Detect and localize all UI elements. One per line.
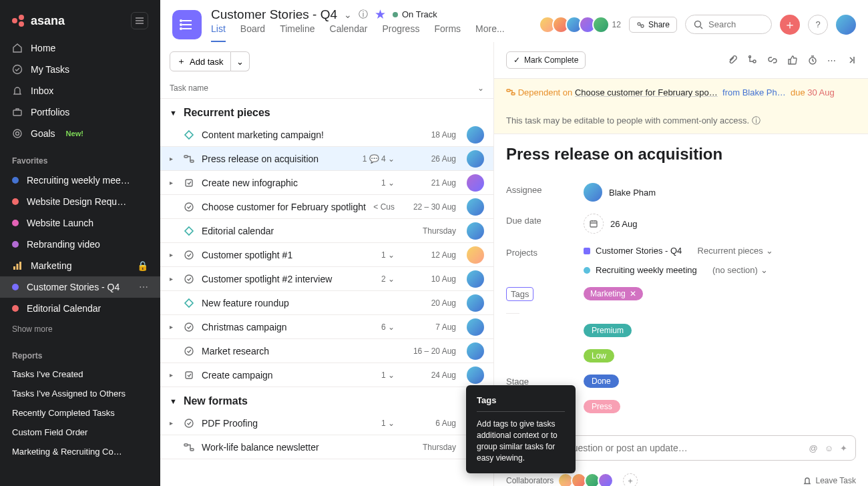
collapse-sidebar-button[interactable] — [131, 12, 148, 29]
section-header[interactable]: ▼Recurrent pieces — [160, 99, 493, 123]
expand-caret-icon[interactable]: ▸ — [170, 155, 176, 162]
nav-portfolios[interactable]: Portfolios — [0, 101, 160, 123]
nav-inbox[interactable]: Inbox — [0, 80, 160, 101]
task-row[interactable]: ▸Customer spotlight #2 interview2 ⌄10 Au… — [160, 267, 493, 291]
leave-task-button[interactable]: Leave Task — [803, 476, 857, 485]
help-button[interactable]: ? — [808, 15, 828, 35]
tab-board[interactable]: Board — [240, 23, 265, 42]
task-row[interactable]: Content marketing campaign!18 Aug — [160, 123, 493, 147]
assignee-avatar[interactable] — [467, 318, 484, 336]
column-dropdown-icon[interactable]: ⌄ — [477, 83, 484, 93]
task-row[interactable]: Market research16 – 20 Aug — [160, 339, 493, 363]
task-row[interactable]: ▸Customer spotlight #11 ⌄12 Aug — [160, 243, 493, 267]
assignee-avatar[interactable] — [467, 174, 484, 192]
section-header[interactable]: ▼New formats — [160, 387, 493, 411]
tab-calendar[interactable]: Calendar — [330, 23, 368, 42]
due-date-value[interactable]: 26 Aug — [610, 219, 638, 229]
mark-complete-button[interactable]: ✓ Mark Complete — [506, 51, 586, 69]
remove-tag-icon[interactable]: ✕ — [630, 289, 636, 298]
assignee-name[interactable]: Blake Pham — [609, 188, 656, 198]
link-icon[interactable] — [767, 55, 778, 65]
assignee-avatar[interactable] — [467, 198, 484, 216]
emoji-icon[interactable]: ☺ — [825, 443, 833, 453]
task-row[interactable]: Work-life balance newsletterThursday — [160, 435, 493, 459]
show-more-favorites[interactable]: Show more — [0, 319, 160, 339]
assignee-avatar[interactable] — [467, 246, 484, 264]
tab-timeline[interactable]: Timeline — [280, 23, 314, 42]
section-dropdown[interactable]: Recurrent pieces ⌄ — [698, 246, 773, 256]
sidebar-item-favorite[interactable]: Recruiting weekly mee… — [0, 170, 160, 191]
tab-list[interactable]: List — [211, 23, 226, 42]
custom-field-pill[interactable]: Premium — [584, 324, 632, 337]
custom-field-pill[interactable]: Press — [584, 400, 620, 413]
custom-field-pill[interactable]: Done — [584, 375, 619, 388]
like-icon[interactable] — [787, 55, 798, 65]
sidebar-item-report[interactable]: Custom Field Order — [0, 423, 160, 442]
project-chip-name[interactable]: Customer Stories - Q4 — [596, 246, 682, 256]
task-row[interactable]: Editorial calendarThursday — [160, 219, 493, 243]
project-title[interactable]: Customer Stories - Q4 — [211, 7, 337, 22]
mention-icon[interactable]: @ — [809, 443, 818, 453]
tab-progress[interactable]: Progress — [382, 23, 419, 42]
tag-chip[interactable]: Marketing✕ — [584, 287, 643, 300]
share-button[interactable]: Share — [629, 17, 677, 33]
sidebar-item-favorite[interactable]: Marketing🔒 — [0, 255, 160, 276]
expand-caret-icon[interactable]: ▸ — [170, 251, 176, 258]
task-row[interactable]: ▸Christmas campaign6 ⌄7 Aug — [160, 315, 493, 339]
task-row[interactable]: Choose customer for February spotlight< … — [160, 195, 493, 219]
assignee-avatar[interactable] — [467, 367, 484, 384]
quick-add-button[interactable]: ＋ — [780, 15, 800, 35]
nav-my-tasks[interactable]: My Tasks — [0, 59, 160, 80]
attachment-icon[interactable] — [727, 55, 738, 65]
task-row[interactable]: ▸Create campaign1 ⌄24 Aug — [160, 363, 493, 387]
search-input[interactable] — [708, 19, 762, 29]
sidebar-item-report[interactable]: Marketing & Recruiting Co… — [0, 442, 160, 461]
asana-logo[interactable]: asana — [12, 14, 65, 28]
assignee-avatar[interactable] — [584, 183, 602, 202]
assignee-avatar[interactable] — [467, 150, 484, 168]
assignee-avatar[interactable] — [467, 270, 484, 288]
task-row[interactable]: New feature roundup20 Aug — [160, 291, 493, 315]
info-icon[interactable]: ⓘ — [359, 9, 368, 21]
expand-caret-icon[interactable]: ▸ — [170, 323, 176, 330]
task-title[interactable]: Press release on acquisition — [506, 145, 856, 164]
task-row[interactable]: ▸Press release on acquisition1 💬 4 ⌄26 A… — [160, 147, 493, 171]
info-icon[interactable]: ⓘ — [752, 115, 761, 126]
task-row[interactable]: ▸Create new infographic1 ⌄21 Aug — [160, 171, 493, 195]
search-box[interactable] — [685, 15, 772, 34]
sidebar-item-favorite[interactable]: Editorial Calendar — [0, 298, 160, 319]
section-dropdown[interactable]: (no section) ⌄ — [712, 265, 768, 275]
my-avatar[interactable] — [836, 15, 856, 35]
appreciation-icon[interactable]: ✦ — [840, 443, 847, 453]
sidebar-item-report[interactable]: Recently Completed Tasks — [0, 403, 160, 423]
add-collaborator-button[interactable]: ＋ — [623, 473, 638, 486]
sidebar-item-favorite[interactable]: Customer Stories - Q4⋯ — [0, 276, 160, 298]
sidebar-item-favorite[interactable]: Rebranding video — [0, 234, 160, 255]
more-icon[interactable]: ⋯ — [139, 282, 148, 292]
close-panel-icon[interactable] — [845, 55, 856, 65]
task-row[interactable]: ▸PDF Proofing1 ⌄6 Aug — [160, 411, 493, 435]
assignee-avatar[interactable] — [467, 342, 484, 360]
assignee-avatar[interactable] — [467, 222, 484, 240]
more-icon[interactable]: ⋯ — [827, 55, 836, 65]
project-icon[interactable] — [172, 10, 202, 39]
project-chip-name[interactable]: Recruiting weekly meeting — [596, 265, 697, 275]
timer-icon[interactable] — [807, 55, 818, 65]
chevron-down-icon[interactable]: ⌄ — [344, 9, 352, 20]
tab-more[interactable]: More... — [475, 23, 505, 42]
expand-caret-icon[interactable]: ▸ — [170, 179, 176, 186]
dep-task-link[interactable]: Choose customer for February spo… — [575, 87, 718, 97]
sidebar-item-favorite[interactable]: Website Design Requ… — [0, 191, 160, 212]
nav-home[interactable]: Home — [0, 37, 160, 59]
subtask-icon[interactable] — [747, 55, 758, 65]
add-task-button[interactable]: ＋ Add task — [170, 51, 231, 71]
add-task-dropdown[interactable]: ⌄ — [231, 51, 250, 71]
assignee-avatar[interactable] — [467, 294, 484, 312]
comment-box[interactable]: @ ☺ ✦ — [533, 435, 856, 461]
expand-caret-icon[interactable]: ▸ — [170, 371, 176, 379]
tab-forms[interactable]: Forms — [434, 23, 461, 42]
sidebar-item-favorite[interactable]: Website Launch — [0, 212, 160, 234]
sidebar-item-report[interactable]: Tasks I've Created — [0, 364, 160, 384]
collaborator-avatars[interactable] — [560, 473, 614, 486]
member-avatars[interactable]: 12 — [543, 16, 621, 33]
